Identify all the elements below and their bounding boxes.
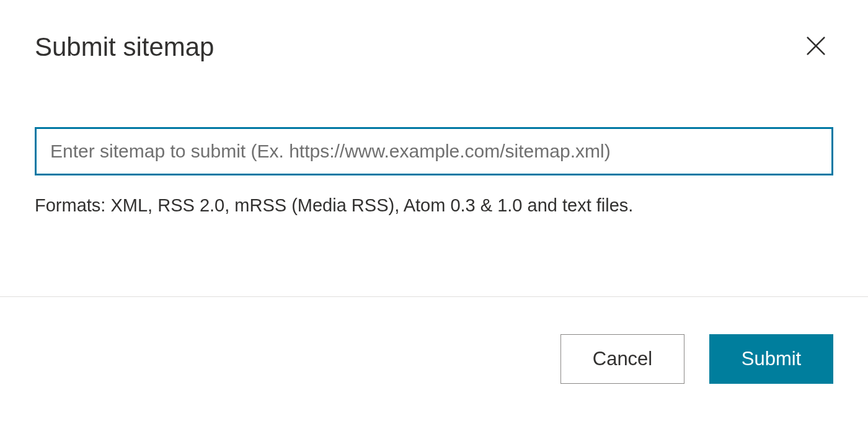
dialog-header: Submit sitemap	[0, 0, 868, 65]
dialog-footer: Cancel Submit	[0, 296, 868, 421]
dialog-body: Formats: XML, RSS 2.0, mRSS (Media RSS),…	[0, 65, 868, 296]
formats-help-text: Formats: XML, RSS 2.0, mRSS (Media RSS),…	[35, 195, 833, 216]
close-icon	[804, 33, 828, 60]
close-button[interactable]	[799, 29, 833, 65]
submit-sitemap-dialog: Submit sitemap Formats: XML, RSS 2.0, mR…	[0, 0, 868, 421]
sitemap-url-input[interactable]	[35, 127, 833, 175]
dialog-title: Submit sitemap	[35, 32, 214, 62]
submit-button[interactable]: Submit	[709, 334, 833, 384]
cancel-button[interactable]: Cancel	[560, 334, 684, 384]
